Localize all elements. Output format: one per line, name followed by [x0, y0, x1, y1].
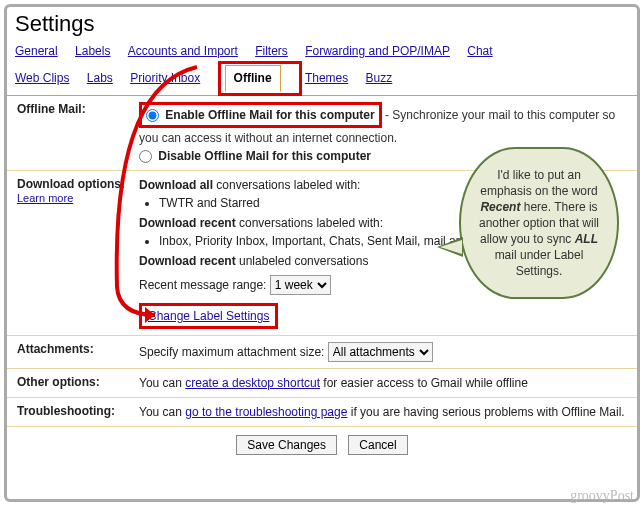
- download-all-tail: conversations labeled with:: [213, 178, 360, 192]
- disable-offline-radio[interactable]: [139, 150, 152, 163]
- section-attachments: Attachments: Specify maximum attachment …: [7, 336, 637, 369]
- section-other-options: Other options: You can create a desktop …: [7, 369, 637, 398]
- tab-general[interactable]: General: [15, 41, 58, 61]
- tab-priority[interactable]: Priority Inbox: [130, 68, 200, 88]
- other-post: for easier access to Gmail while offline: [320, 376, 528, 390]
- tab-themes[interactable]: Themes: [305, 68, 348, 88]
- page-title: Settings: [7, 7, 637, 39]
- annotation-callout: I'd like to put an emphasis on the word …: [459, 147, 619, 299]
- download-all-head: Download all: [139, 178, 213, 192]
- other-pre: You can: [139, 376, 185, 390]
- change-label-settings-link[interactable]: Change Label Settings: [148, 309, 269, 323]
- recent-range-select[interactable]: 1 week: [270, 275, 331, 295]
- tab-forwarding[interactable]: Forwarding and POP/IMAP: [305, 41, 450, 61]
- tab-webclips[interactable]: Web Clips: [15, 68, 69, 88]
- download-recent-tail: conversations labeled with:: [236, 216, 383, 230]
- tab-filters[interactable]: Filters: [255, 41, 288, 61]
- troubleshooting-link[interactable]: go to the troubleshooting page: [185, 405, 347, 419]
- download-unlabeled-head: Download recent: [139, 254, 236, 268]
- offline-mail-label: Offline Mail:: [7, 96, 135, 170]
- save-button[interactable]: Save Changes: [236, 435, 337, 455]
- tab-offline[interactable]: Offline: [225, 65, 281, 92]
- recent-range-label: Recent message range:: [139, 278, 266, 292]
- download-options-label: Download options: Learn more: [7, 171, 135, 335]
- enable-offline-radio[interactable]: [146, 109, 159, 122]
- tab-labs[interactable]: Labs: [87, 68, 113, 88]
- annotation-highlight-change-link: Change Label Settings: [139, 303, 278, 329]
- learn-more-link[interactable]: Learn more: [17, 192, 73, 204]
- attachments-text: Specify maximum attachment size:: [139, 345, 324, 359]
- disable-offline-label: Disable Offline Mail for this computer: [158, 149, 371, 163]
- troubleshooting-label: Troubleshooting:: [7, 398, 135, 426]
- tab-chat[interactable]: Chat: [467, 41, 492, 61]
- cancel-button[interactable]: Cancel: [348, 435, 407, 455]
- enable-offline-label: Enable Offline Mail for this computer: [165, 108, 374, 122]
- trouble-post: if you are having serious problems with …: [347, 405, 624, 419]
- section-troubleshooting: Troubleshooting: You can go to the troub…: [7, 398, 637, 427]
- other-options-label: Other options:: [7, 369, 135, 397]
- annotation-highlight-enable: Enable Offline Mail for this computer: [139, 102, 382, 128]
- download-unlabeled-tail: unlabeled conversations: [236, 254, 369, 268]
- tab-labels[interactable]: Labels: [75, 41, 110, 61]
- create-shortcut-link[interactable]: create a desktop shortcut: [185, 376, 320, 390]
- annotation-highlight-offline-tab: Offline: [218, 61, 302, 96]
- attachment-size-select[interactable]: All attachments: [328, 342, 433, 362]
- download-recent-head: Download recent: [139, 216, 236, 230]
- tab-buzz[interactable]: Buzz: [366, 68, 393, 88]
- settings-tabs: General Labels Accounts and Import Filte…: [7, 39, 637, 96]
- attachments-label: Attachments:: [7, 336, 135, 368]
- trouble-pre: You can: [139, 405, 185, 419]
- footer-buttons: Save Changes Cancel: [7, 427, 637, 463]
- tab-accounts[interactable]: Accounts and Import: [128, 41, 238, 61]
- watermark: groovyPost: [570, 488, 634, 504]
